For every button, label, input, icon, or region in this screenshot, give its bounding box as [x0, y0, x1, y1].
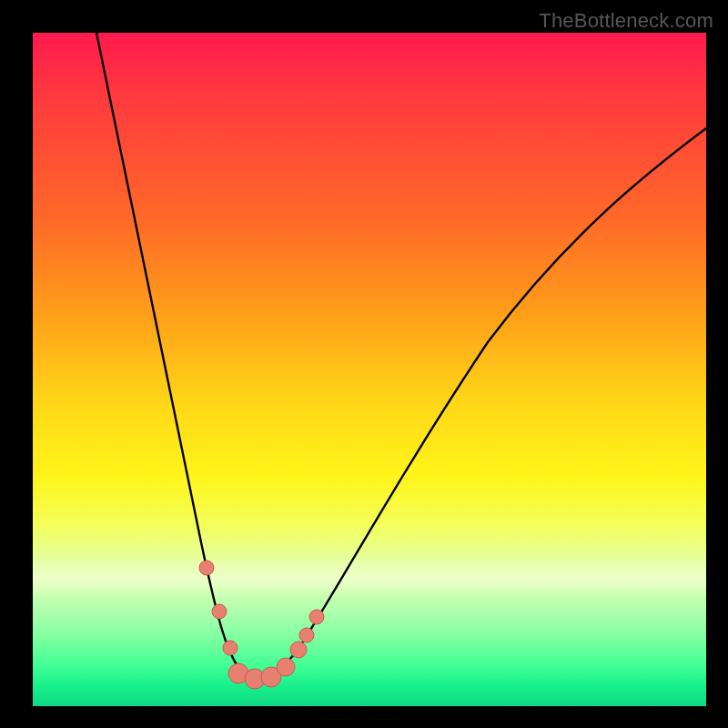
- chart-container: TheBottleneck.com: [0, 0, 728, 728]
- watermark-text: TheBottleneck.com: [539, 9, 713, 33]
- gradient-background: [33, 33, 706, 706]
